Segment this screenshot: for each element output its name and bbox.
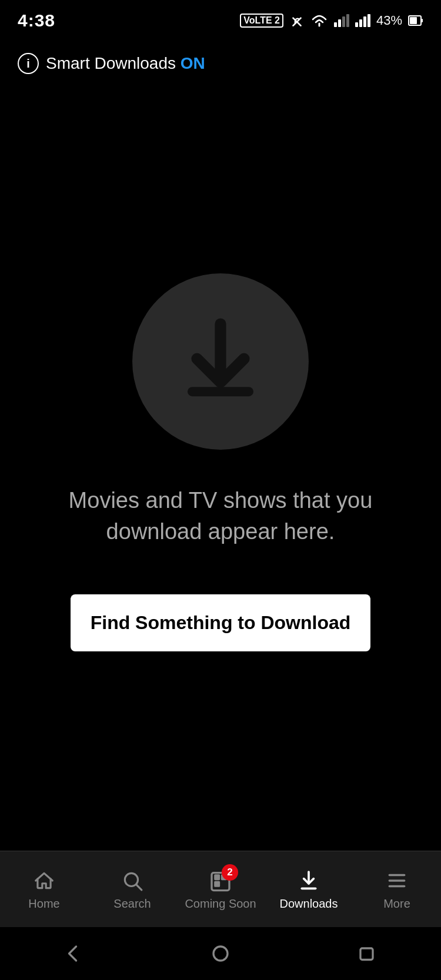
home-icon xyxy=(31,868,57,894)
svg-line-14 xyxy=(136,885,142,890)
more-icon xyxy=(384,868,410,894)
nav-item-more[interactable]: More xyxy=(353,868,441,911)
battery-icon xyxy=(408,14,423,27)
nav-item-downloads[interactable]: Downloads xyxy=(265,868,353,911)
svg-rect-25 xyxy=(360,948,373,960)
recents-button[interactable] xyxy=(353,939,382,968)
downloads-icon xyxy=(296,868,322,894)
find-button-container: Find Something to Download xyxy=(24,594,417,651)
svg-rect-7 xyxy=(368,14,370,27)
signal-icon xyxy=(334,14,349,27)
svg-rect-3 xyxy=(346,14,349,27)
battery-indicator: 43% xyxy=(376,13,402,28)
coming-soon-badge: 2 xyxy=(222,864,238,881)
svg-rect-2 xyxy=(342,16,345,27)
nav-label-search: Search xyxy=(113,897,151,911)
download-arrow-icon xyxy=(173,315,268,409)
svg-rect-0 xyxy=(334,22,337,27)
svg-rect-18 xyxy=(215,882,219,887)
nav-item-coming-soon[interactable]: 2 Coming Soon xyxy=(176,868,265,911)
download-empty-icon xyxy=(132,273,309,450)
svg-point-24 xyxy=(213,946,228,961)
nav-label-more: More xyxy=(383,897,410,911)
nav-label-coming-soon: Coming Soon xyxy=(185,897,256,911)
svg-rect-9 xyxy=(421,19,423,22)
status-bar: 4:38 VoLTE 2 43% xyxy=(0,0,441,41)
smart-downloads-label: Smart Downloads ON xyxy=(46,54,205,73)
svg-rect-5 xyxy=(359,19,362,27)
status-time: 4:38 xyxy=(18,11,55,31)
nav-item-home[interactable]: Home xyxy=(0,868,88,911)
svg-rect-6 xyxy=(363,16,366,27)
mute-icon xyxy=(289,13,305,28)
info-icon: i xyxy=(18,53,39,74)
find-something-button[interactable]: Find Something to Download xyxy=(71,594,370,651)
bottom-nav: Home Search 2 Coming Soon xyxy=(0,851,441,927)
signal-icon-2 xyxy=(355,14,370,27)
main-content: Movies and TV shows that youdownload app… xyxy=(0,86,441,851)
svg-rect-1 xyxy=(338,19,341,27)
nav-item-search[interactable]: Search xyxy=(88,868,176,911)
search-icon xyxy=(119,868,145,894)
system-nav-bar xyxy=(0,927,441,980)
svg-rect-10 xyxy=(410,17,417,24)
svg-rect-4 xyxy=(355,22,358,27)
status-icons: VoLTE 2 43% xyxy=(240,13,423,28)
volte-icon: VoLTE 2 xyxy=(240,14,283,28)
nav-label-downloads: Downloads xyxy=(280,897,338,911)
nav-label-home: Home xyxy=(28,897,59,911)
smart-downloads-bar[interactable]: i Smart Downloads ON xyxy=(0,41,441,86)
empty-state-message: Movies and TV shows that youdownload app… xyxy=(69,485,373,547)
coming-soon-icon: 2 xyxy=(208,868,233,894)
wifi-icon xyxy=(310,13,328,28)
back-button[interactable] xyxy=(59,939,88,968)
system-home-button[interactable] xyxy=(206,939,235,968)
svg-rect-16 xyxy=(215,875,219,879)
